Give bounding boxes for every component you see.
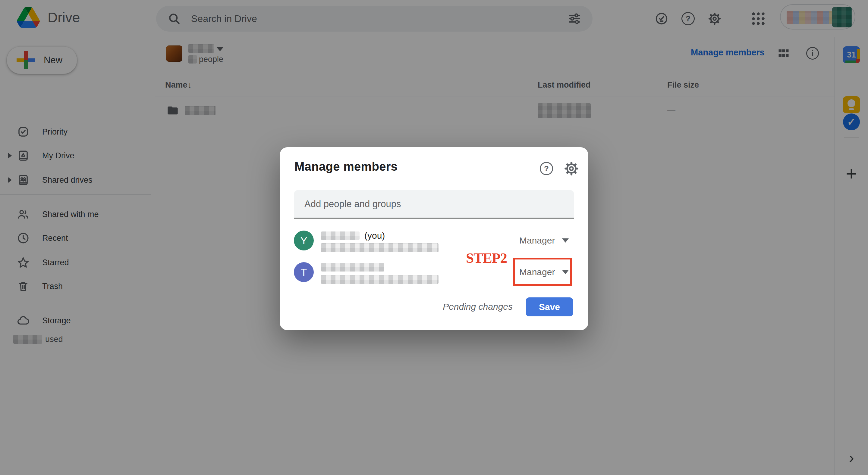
dialog-settings-gear-icon[interactable]: [564, 161, 579, 176]
you-suffix: (you): [364, 231, 385, 241]
member-avatar: T: [294, 262, 314, 282]
pending-changes-label: Pending changes: [443, 302, 513, 312]
role-label: Manager: [519, 235, 555, 246]
google-drive-app: Drive ?: [0, 0, 868, 475]
member-name-line: [321, 263, 384, 272]
manage-members-dialog: Manage members ? Y (you) Manager: [280, 147, 588, 330]
dialog-help-icon[interactable]: ?: [540, 162, 553, 175]
member-name-line: (you): [321, 231, 385, 240]
member-email-redacted: [321, 275, 438, 284]
add-people-input[interactable]: [294, 190, 574, 218]
member-email-redacted: [321, 243, 438, 252]
member-name-redacted: [321, 232, 360, 240]
member-name-redacted: [321, 263, 384, 272]
member-avatar: Y: [294, 231, 314, 250]
dropdown-caret-icon: [562, 238, 569, 243]
step2-annotation: STEP2: [466, 250, 507, 266]
role-dropdown-member-1[interactable]: Manager: [519, 235, 569, 246]
dialog-title: Manage members: [294, 160, 398, 173]
step2-highlight-box: [513, 258, 572, 286]
save-button[interactable]: Save: [526, 297, 573, 316]
